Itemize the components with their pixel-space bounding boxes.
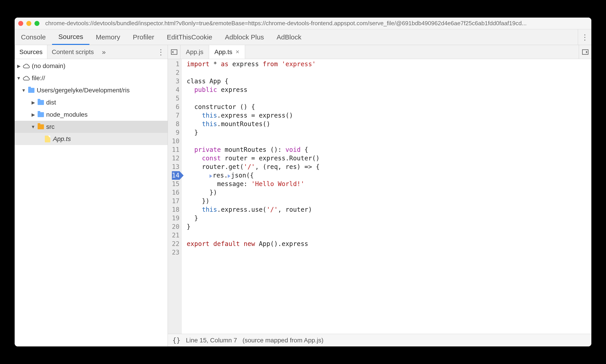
folder-icon	[37, 123, 44, 130]
line-gutter[interactable]: 1234567891011121314151617181920212223	[168, 59, 182, 334]
sidebar-more-menu[interactable]: ⋮	[154, 48, 168, 56]
svg-marker-1	[172, 51, 173, 53]
tab-memory[interactable]: Memory	[90, 29, 126, 45]
tree-node-app-ts[interactable]: App.ts	[15, 133, 168, 145]
tab-console[interactable]: Console	[15, 29, 52, 45]
svg-marker-3	[586, 51, 587, 53]
step-marker-icon	[228, 174, 231, 178]
editor-area: App.js App.ts ✕ 123456789101112131415161…	[168, 45, 591, 346]
navigator-sidebar: Sources Content scripts » ⋮ ▶ (no domain…	[15, 45, 168, 346]
file-icon	[44, 135, 51, 143]
disclosure-down-icon: ▼	[16, 76, 21, 81]
minimize-window-button[interactable]	[26, 21, 31, 26]
source-map-info: (source mapped from App.js)	[242, 337, 323, 344]
pretty-print-button[interactable]: {}	[172, 336, 181, 344]
editor-tab-app-js[interactable]: App.js	[181, 45, 209, 59]
zoom-window-button[interactable]	[35, 21, 39, 26]
tree-node-file-scheme[interactable]: ▼ file://	[15, 72, 168, 84]
main-area: Sources Content scripts » ⋮ ▶ (no domain…	[15, 45, 591, 346]
code-content[interactable]: import * as express from 'express' class…	[182, 59, 320, 334]
sidebar-tab-sources[interactable]: Sources	[15, 45, 47, 59]
tree-label: Users/gergelyke/Development/ris	[37, 87, 129, 94]
folder-icon	[28, 87, 35, 94]
sidebar-tab-content-scripts[interactable]: Content scripts	[47, 45, 98, 59]
tree-label: (no domain)	[32, 62, 65, 70]
tree-node-node-modules[interactable]: ▶ node_modules	[15, 109, 168, 121]
disclosure-down-icon: ▼	[21, 88, 26, 93]
close-window-button[interactable]	[18, 21, 23, 26]
tree-label: file://	[32, 75, 45, 82]
editor-tab-label: App.ts	[214, 48, 232, 56]
tab-editthiscookie[interactable]: EditThisCookie	[161, 29, 219, 45]
tree-node-user-path[interactable]: ▼ Users/gergelyke/Development/ris	[15, 84, 168, 96]
tab-sources[interactable]: Sources	[52, 29, 90, 45]
tree-node-src[interactable]: ▼ src	[15, 121, 168, 133]
code-editor[interactable]: 1234567891011121314151617181920212223 im…	[168, 59, 591, 334]
titlebar: chrome-devtools://devtools/bundled/inspe…	[15, 18, 591, 29]
window-controls	[18, 21, 39, 26]
tree-label: App.ts	[53, 135, 71, 143]
editor-tab-app-ts[interactable]: App.ts ✕	[209, 45, 245, 59]
folder-icon	[37, 111, 44, 118]
tab-profiler[interactable]: Profiler	[126, 29, 160, 45]
panel-tabs: Console Sources Memory Profiler EditThis…	[15, 29, 591, 45]
cloud-icon	[23, 75, 30, 82]
tree-label: dist	[46, 99, 56, 106]
devtools-window: chrome-devtools://devtools/bundled/inspe…	[15, 18, 591, 346]
cloud-icon	[23, 62, 30, 70]
sidebar-tabs: Sources Content scripts » ⋮	[15, 45, 168, 59]
window-url: chrome-devtools://devtools/bundled/inspe…	[45, 20, 588, 27]
tree-label: src	[46, 123, 54, 130]
close-tab-icon[interactable]: ✕	[235, 49, 239, 55]
file-tree: ▶ (no domain) ▼ file:// ▼ Users/g	[15, 59, 168, 346]
editor-tab-label: App.js	[186, 48, 203, 56]
tree-label: node_modules	[46, 111, 88, 118]
sidebar-more-tabs[interactable]: »	[98, 48, 109, 56]
tree-node-dist[interactable]: ▶ dist	[15, 96, 168, 109]
more-menu-button[interactable]: ⋮	[578, 29, 591, 45]
breakpoint-line-14: 14	[172, 171, 180, 180]
cursor-position: Line 15, Column 7	[186, 337, 237, 344]
disclosure-down-icon: ▼	[31, 124, 35, 130]
disclosure-right-icon: ▶	[16, 63, 21, 69]
editor-tabs: App.js App.ts ✕	[168, 45, 591, 59]
disclosure-right-icon: ▶	[31, 100, 35, 105]
disclosure-right-icon: ▶	[31, 112, 35, 117]
toggle-navigator-button[interactable]	[168, 45, 181, 59]
folder-icon	[37, 99, 44, 106]
tab-adblock-plus[interactable]: Adblock Plus	[219, 29, 270, 45]
tree-node-no-domain[interactable]: ▶ (no domain)	[15, 60, 168, 72]
editor-statusbar: {} Line 15, Column 7 (source mapped from…	[168, 334, 591, 346]
step-marker-icon	[209, 174, 212, 178]
tab-adblock[interactable]: AdBlock	[270, 29, 308, 45]
toggle-debugger-button[interactable]	[579, 45, 591, 59]
